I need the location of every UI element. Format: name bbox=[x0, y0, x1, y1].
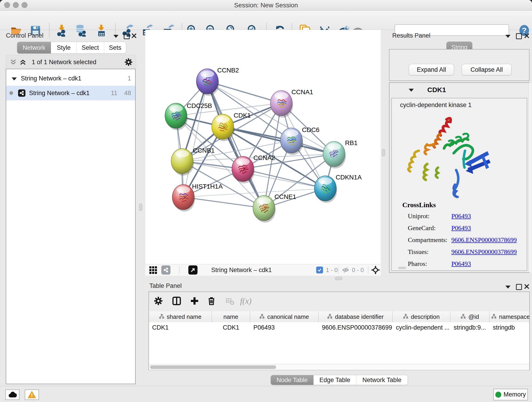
column-label: name bbox=[223, 313, 238, 320]
toolbar-separator bbox=[49, 23, 50, 38]
column-header-namespace[interactable]: namespace bbox=[490, 311, 529, 322]
table-hscrollbar[interactable] bbox=[149, 364, 529, 370]
splitter-handle[interactable] bbox=[335, 277, 342, 280]
show-columns-icon[interactable] bbox=[171, 296, 182, 306]
tab-sets[interactable]: Sets bbox=[104, 42, 126, 53]
crosslink-link[interactable]: P06493 bbox=[451, 260, 471, 268]
crosslink-label: Compartments: bbox=[408, 236, 451, 244]
float-panel-icon[interactable] bbox=[516, 33, 522, 39]
table-cell[interactable]: 9606.ENSP00000378699 bbox=[319, 324, 393, 331]
warning-button[interactable] bbox=[25, 389, 39, 400]
table-row[interactable]: CDK1CDK1P064939606.ENSP00000378699cyclin… bbox=[149, 322, 529, 333]
table-cell[interactable]: CDK1 bbox=[149, 324, 212, 331]
network-node-ccnb1[interactable] bbox=[171, 148, 194, 176]
selection-summary: 1 of 1 Network selected bbox=[6, 55, 122, 69]
network-collection-row[interactable]: String Network – cdk1 1 bbox=[6, 71, 135, 86]
main-toolbar: ? bbox=[0, 11, 532, 30]
tab-select[interactable]: Select bbox=[76, 42, 104, 53]
selected-checkbox-icon[interactable] bbox=[316, 267, 323, 274]
panel-menu-icon[interactable] bbox=[505, 286, 510, 288]
import-network-file-icon[interactable] bbox=[56, 24, 68, 37]
add-column-icon[interactable] bbox=[189, 296, 200, 306]
column-header-name[interactable]: name bbox=[212, 311, 250, 322]
column-header-description[interactable]: description bbox=[393, 311, 450, 322]
network-node-cdkn1a[interactable] bbox=[314, 176, 337, 203]
scroll-thumb[interactable] bbox=[150, 365, 276, 369]
network-node-cdk1[interactable] bbox=[212, 114, 234, 141]
crosslink-row: Uniprot:P06493 bbox=[408, 210, 522, 222]
network-edge[interactable] bbox=[243, 169, 325, 188]
title-bar: Session: New Session bbox=[0, 0, 532, 11]
node-label: CCNE1 bbox=[274, 193, 296, 200]
network-node-cdc6[interactable] bbox=[280, 128, 303, 155]
column-type-icon bbox=[461, 313, 466, 320]
table-cell[interactable]: stringdb:9... bbox=[450, 324, 490, 331]
collapse-all-button[interactable]: Collapse All bbox=[462, 64, 512, 75]
collection-count: 1 bbox=[128, 75, 131, 82]
float-panel-icon[interactable] bbox=[516, 284, 522, 290]
tab-node-table[interactable]: Node Table bbox=[271, 375, 314, 385]
memory-button[interactable]: Memory bbox=[493, 389, 528, 400]
column-type-icon bbox=[403, 313, 409, 320]
column-type-icon bbox=[491, 313, 497, 320]
panel-menu-icon[interactable] bbox=[114, 35, 119, 38]
network-node-ccna1[interactable] bbox=[270, 90, 293, 118]
column-header-shared-name[interactable]: shared name bbox=[149, 311, 212, 322]
hscroll-thumb[interactable] bbox=[398, 267, 406, 269]
splitter-handle[interactable] bbox=[382, 149, 385, 156]
memory-label: Memory bbox=[504, 391, 526, 398]
crosslink-label: Tissues: bbox=[408, 248, 451, 255]
tab-edge-table[interactable]: Edge Table bbox=[314, 375, 356, 385]
close-panel-icon[interactable] bbox=[524, 284, 529, 289]
network-canvas[interactable]: CCNB2CCNA1CDC25BCDK1CDC6RB1CCNB1CCNA2CDK… bbox=[145, 30, 381, 264]
table-cell[interactable]: stringdb bbox=[490, 324, 529, 331]
network-status-dot bbox=[9, 91, 13, 95]
crosslink-link[interactable]: P06493 bbox=[451, 224, 471, 232]
network-edge[interactable] bbox=[183, 197, 264, 208]
network-view-icon[interactable] bbox=[161, 265, 171, 274]
splitter-handle[interactable] bbox=[139, 204, 142, 211]
crosslink-link[interactable]: 9606.ENSP00000378699 bbox=[451, 236, 517, 244]
results-panel-title: Results Panel bbox=[392, 32, 431, 39]
delete-column-icon[interactable] bbox=[206, 296, 217, 306]
close-panel-icon[interactable] bbox=[132, 33, 137, 38]
float-panel-icon[interactable] bbox=[124, 33, 130, 39]
crosslink-link[interactable]: P06493 bbox=[451, 212, 471, 220]
table-cell[interactable]: cyclin-dependent ... bbox=[393, 324, 450, 331]
network-node-rb1[interactable] bbox=[323, 141, 346, 168]
detach-view-icon[interactable] bbox=[188, 265, 197, 274]
expand-all-button[interactable]: Expand All bbox=[409, 64, 454, 75]
crosslinks-heading: CrossLinks bbox=[402, 201, 436, 209]
network-node-ccne1[interactable] bbox=[253, 196, 276, 223]
grid-view-icon[interactable] bbox=[149, 266, 157, 274]
network-node-cdc25b[interactable] bbox=[165, 103, 188, 130]
results-scrollbar[interactable] bbox=[528, 83, 532, 272]
column-header-canonical-name[interactable]: canonical name bbox=[250, 311, 319, 322]
import-network-database-icon[interactable] bbox=[75, 24, 87, 37]
network-row[interactable]: String Network – cdk1 11 48 bbox=[6, 86, 135, 100]
tab-network[interactable]: Network bbox=[17, 42, 51, 53]
network-node-ccnb2[interactable] bbox=[196, 69, 219, 96]
cloud-button[interactable] bbox=[5, 389, 19, 400]
import-table-file-icon[interactable] bbox=[95, 24, 108, 37]
crosslink-link[interactable]: 9606.ENSP00000378699 bbox=[451, 248, 517, 255]
table-cell[interactable]: P06493 bbox=[250, 324, 319, 331]
tab-network-table[interactable]: Network Table bbox=[356, 375, 408, 385]
panel-menu-icon[interactable] bbox=[505, 35, 510, 38]
collapse-icon[interactable] bbox=[12, 77, 17, 80]
hidden-eye-icon[interactable] bbox=[342, 267, 350, 274]
separator bbox=[338, 266, 339, 274]
column-header-@id[interactable]: @id bbox=[450, 311, 490, 322]
network-edge[interactable] bbox=[183, 81, 207, 197]
network-node-hist1h1a[interactable] bbox=[172, 185, 195, 211]
collapse-entry-icon[interactable] bbox=[409, 89, 414, 92]
gear-icon[interactable] bbox=[124, 58, 133, 66]
table-cell[interactable]: CDK1 bbox=[212, 324, 250, 331]
network-node-ccna2[interactable] bbox=[232, 156, 254, 183]
close-panel-icon[interactable] bbox=[524, 33, 529, 38]
function-builder-icon: f(x) bbox=[241, 296, 251, 306]
fit-selected-icon[interactable] bbox=[371, 266, 380, 274]
column-header-database-identifier[interactable]: database identifier bbox=[319, 311, 393, 322]
table-gear-icon[interactable] bbox=[153, 296, 164, 306]
tab-style[interactable]: Style bbox=[51, 42, 76, 53]
